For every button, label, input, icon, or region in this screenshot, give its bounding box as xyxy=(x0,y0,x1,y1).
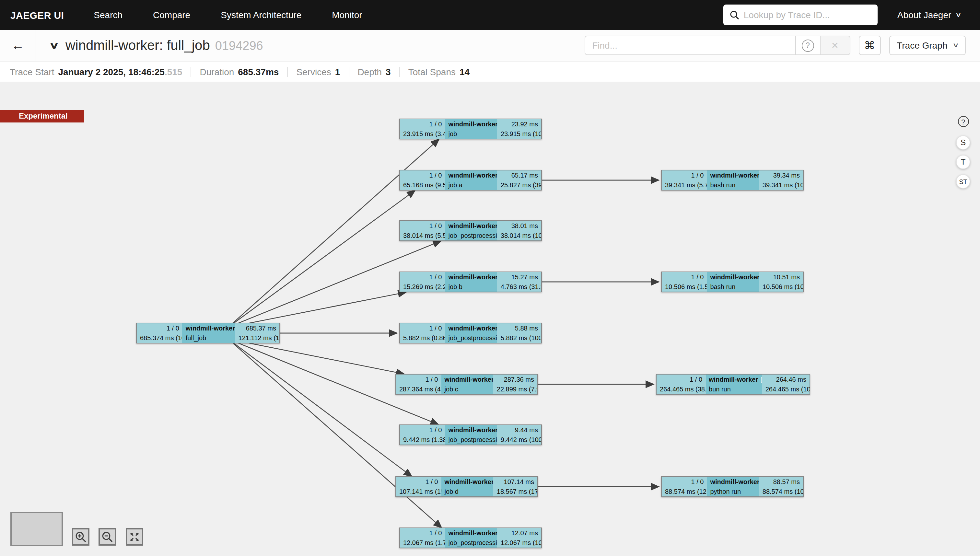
meta-label: Services xyxy=(296,66,331,77)
top-nav: JAEGER UI Search Compare System Architec… xyxy=(0,0,980,30)
span-node-full_job[interactable]: 1 / 0685.374 ms (100 %)windmill-workerfu… xyxy=(136,323,280,343)
trace-title-text: windmill-worker: full_job xyxy=(65,37,210,52)
back-button[interactable]: ← xyxy=(0,30,36,61)
span-node-job-c[interactable]: 1 / 0287.364 ms (41.93 %)windmill-worker… xyxy=(395,374,538,394)
trace-id-lookup-input[interactable] xyxy=(744,10,872,20)
trace-header: ← ∨ windmill-worker: full_job0194296 ? ✕… xyxy=(0,30,980,61)
fit-view-button[interactable] xyxy=(126,528,143,546)
meta-value: 3 xyxy=(386,66,391,77)
trace-id: 0194296 xyxy=(215,39,263,52)
span-node-bun-run[interactable]: 1 / 0264.465 ms (38.59 %)windmill-worker… xyxy=(656,374,810,394)
nav-links: Search Compare System Architecture Monit… xyxy=(94,10,362,20)
span-node-times: 264.46 ms264.465 ms (100 %) xyxy=(762,375,810,394)
meta-depth: Depth 3 xyxy=(348,66,390,77)
jaeger-ui-app: JAEGER UI Search Compare System Architec… xyxy=(0,0,980,556)
layout-mode-t-button[interactable]: T xyxy=(956,155,970,169)
span-operation-name: job xyxy=(445,129,498,139)
nav-right: About Jaeger ∨ xyxy=(724,5,970,25)
header-toolbar: ? ✕ ⌘ Trace Graph ∨ xyxy=(584,36,980,55)
collapse-chevron-icon[interactable]: ∨ xyxy=(49,40,60,51)
span-node-stats: 1 / 0685.374 ms (100 %) xyxy=(137,323,183,343)
span-node-job-a[interactable]: 1 / 065.168 ms (9.51 %)windmill-workerjo… xyxy=(399,170,542,191)
span-node-times: 15.27 ms4.763 ms (31.19 %) xyxy=(498,272,541,292)
span-node-main: windmill-workerfull_job xyxy=(183,323,235,343)
span-service-name: windmill-worker xyxy=(186,323,235,333)
span-node-job[interactable]: 1 / 023.915 ms (3.49 %)windmill-workerjo… xyxy=(399,119,542,139)
nav-item-monitor[interactable]: Monitor xyxy=(332,10,362,20)
span-node-job-d[interactable]: 1 / 0107.141 ms (15.63 %)windmill-worker… xyxy=(395,476,538,497)
back-arrow-icon: ← xyxy=(11,38,24,53)
trace-id-lookup xyxy=(724,5,878,25)
graph-help-button[interactable]: ? xyxy=(957,116,969,127)
span-node-main: windmill-workerjob_postprocessing b xyxy=(445,323,498,343)
span-service-name: windmill-worker xyxy=(448,170,498,180)
clear-icon: ✕ xyxy=(831,40,838,50)
find-clear-button[interactable]: ✕ xyxy=(820,36,849,55)
span-node-stats: 1 / 012.067 ms (1.76 %) xyxy=(400,528,445,548)
fullscreen-icon xyxy=(129,532,140,542)
span-node-main: windmill-workerbun run xyxy=(705,375,762,394)
span-service-name: windmill-worker xyxy=(448,221,498,231)
span-node-job-postprocessing-d[interactable]: 1 / 012.067 ms (1.76 %)windmill-workerjo… xyxy=(399,527,542,548)
span-node-bash-run-b[interactable]: 1 / 010.506 ms (1.53 %)windmill-workerba… xyxy=(661,272,804,292)
span-node-times: 65.17 ms25.827 ms (39.63 %) xyxy=(498,170,541,190)
edge-full_job-to-job-d xyxy=(228,339,412,476)
graph-minimap[interactable] xyxy=(10,512,63,546)
span-node-main: windmill-workerjob_postprocessing d xyxy=(445,528,498,548)
span-node-main: windmill-workerjob_postprocessing a xyxy=(445,221,498,241)
layout-mode-st-button[interactable]: ST xyxy=(956,174,970,189)
nav-item-system-architecture[interactable]: System Architecture xyxy=(221,10,301,20)
zoom-out-button[interactable] xyxy=(99,528,116,546)
span-service-name: windmill-worker xyxy=(448,119,498,129)
span-service-name: windmill-worker xyxy=(710,477,759,486)
layout-mode-s-button[interactable]: S xyxy=(956,136,970,150)
span-node-times: 5.88 ms5.882 ms (100 %) xyxy=(498,323,541,343)
span-node-stats: 1 / 039.341 ms (5.74 %) xyxy=(662,170,707,190)
span-node-job-postprocessing-a[interactable]: 1 / 038.014 ms (5.55 %)windmill-workerjo… xyxy=(399,220,542,241)
span-node-stats: 1 / 065.168 ms (9.51 %) xyxy=(400,170,445,190)
about-jaeger-label: About Jaeger xyxy=(898,10,951,20)
brand-jaeger-ui[interactable]: JAEGER UI xyxy=(10,10,64,20)
meta-label: Duration xyxy=(200,66,234,77)
span-node-stats: 1 / 0107.141 ms (15.63 %) xyxy=(396,477,441,496)
span-node-main: windmill-workerbash run xyxy=(707,170,759,190)
meta-label: Depth xyxy=(357,66,382,77)
about-jaeger-menu[interactable]: About Jaeger ∨ xyxy=(898,10,961,20)
span-node-job-postprocessing-c[interactable]: 1 / 09.442 ms (1.38 %)windmill-workerjob… xyxy=(399,425,542,445)
span-node-main: windmill-workerpython run xyxy=(707,477,759,496)
find-help-button[interactable]: ? xyxy=(795,36,820,55)
zoom-out-icon xyxy=(102,532,113,542)
keyboard-shortcuts-button[interactable]: ⌘ xyxy=(859,36,880,55)
zoom-in-button[interactable] xyxy=(72,528,89,546)
span-node-stats: 1 / 023.915 ms (3.49 %) xyxy=(400,119,445,139)
span-service-name: windmill-worker xyxy=(445,375,493,384)
span-node-main: windmill-workerjob c xyxy=(441,375,493,394)
span-service-name: windmill-worker xyxy=(448,425,498,435)
span-service-name: windmill-worker xyxy=(710,170,759,180)
find-input[interactable] xyxy=(585,36,795,55)
span-service-name: windmill-worker xyxy=(448,272,498,282)
nav-item-search[interactable]: Search xyxy=(94,10,123,20)
span-service-name: windmill-worker xyxy=(709,375,758,384)
trace-graph-canvas[interactable]: 1 / 0685.374 ms (100 %)windmill-workerfu… xyxy=(0,82,980,556)
meta-value: 1 xyxy=(335,66,340,77)
span-node-times: 685.37 ms121.112 ms (17.67 %) xyxy=(235,323,279,343)
span-operation-name: full_job xyxy=(183,333,235,343)
meta-value: January 2 2025, 18:46:25.515 xyxy=(58,66,182,77)
span-node-job-postprocessing-b[interactable]: 1 / 05.882 ms (0.86 %)windmill-workerjob… xyxy=(399,323,542,343)
view-mode-select[interactable]: Trace Graph ∨ xyxy=(889,36,966,55)
meta-duration: Duration 685.37ms xyxy=(191,66,279,77)
span-node-main: windmill-workerjob d xyxy=(441,477,493,496)
span-node-times: 9.44 ms9.442 ms (100 %) xyxy=(498,425,541,444)
edge-full_job-to-job-b xyxy=(228,292,406,327)
span-node-stats: 1 / 09.442 ms (1.38 %) xyxy=(400,425,445,444)
span-node-job-b[interactable]: 1 / 015.269 ms (2.23 %)windmill-workerjo… xyxy=(399,272,542,292)
span-node-main: windmill-workerjob a xyxy=(445,170,498,190)
span-node-main: windmill-workerjob xyxy=(445,119,498,139)
span-node-bash-run-a[interactable]: 1 / 039.341 ms (5.74 %)windmill-workerba… xyxy=(661,170,804,191)
span-operation-name: job b xyxy=(445,282,498,292)
nav-item-compare[interactable]: Compare xyxy=(153,10,190,20)
span-node-python-run[interactable]: 1 / 088.574 ms (12.92 %)windmill-workerp… xyxy=(661,476,804,497)
span-node-main: windmill-workerbash run xyxy=(707,272,759,292)
span-node-main: windmill-workerjob b xyxy=(445,272,498,292)
